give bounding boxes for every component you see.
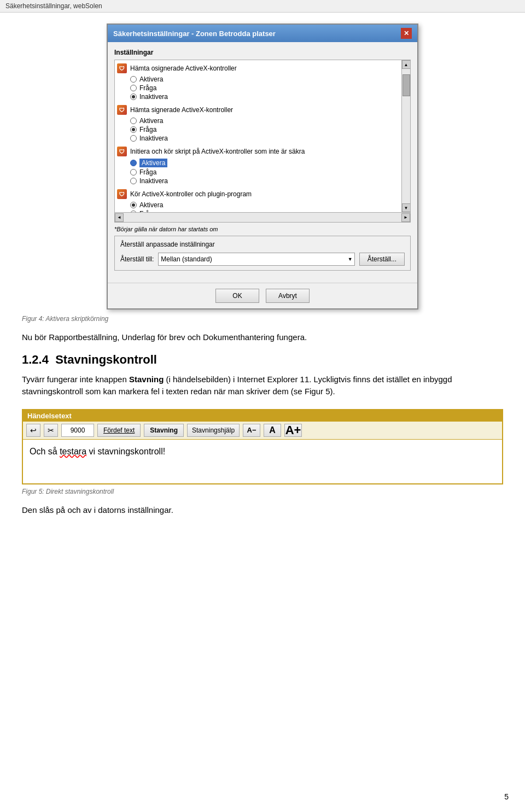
radio-circle-3	[130, 94, 137, 100]
hscroll-right-button[interactable]: ►	[401, 213, 410, 222]
paragraph2: Tyvärr fungerar inte knappen Stavning (i…	[22, 373, 503, 398]
radio-label: Inaktivera	[139, 177, 168, 185]
radio-inaktivera-3[interactable]: Inaktivera	[130, 177, 397, 185]
scroll-down-button[interactable]: ▼	[402, 203, 411, 212]
section-heading: 1.2.4 Stavningskontroll	[22, 353, 503, 367]
radio-aktivera-2[interactable]: Aktivera	[130, 117, 397, 125]
scroll-thumb[interactable]	[402, 74, 410, 96]
radio-circle-10	[130, 202, 137, 208]
dialog-title: Säkerhetsinställningar - Zonen Betrodda …	[113, 30, 276, 38]
scroll-track	[402, 69, 411, 203]
cancel-button[interactable]: Avbryt	[266, 289, 310, 303]
handelsetext-content: Och så testara vi stavningskontroll!	[23, 440, 502, 483]
dialog-container: Säkerhetsinställningar - Zonen Betrodda …	[22, 24, 503, 309]
shield-icon-2: 🛡	[117, 105, 127, 115]
radio-aktivera-1[interactable]: Aktivera	[130, 75, 397, 83]
scroll-up-button[interactable]: ▲	[402, 60, 411, 69]
radio-label-highlight: Aktivera	[139, 159, 167, 167]
fordef-text-button[interactable]: Fördef text	[97, 424, 141, 437]
scrollbar-bottom[interactable]: ◄ ►	[114, 213, 411, 223]
figure5-caption: Figur 5: Direkt stavningskontroll	[22, 488, 503, 495]
font-increase-button[interactable]: A+	[284, 424, 302, 437]
restore-row: Återställ till: Mellan (standard) Återst…	[120, 253, 405, 266]
radio-fraga-1[interactable]: Fråga	[130, 84, 397, 92]
shield-icon-4: 🛡	[117, 189, 127, 199]
hscroll-left-button[interactable]: ◄	[115, 213, 124, 222]
setting-header-3: 🛡 Initiera och kör skript på ActiveX-kon…	[117, 147, 397, 156]
dialog-close-button[interactable]: ✕	[401, 28, 412, 39]
radio-circle-6	[130, 135, 137, 142]
content-text: Och så testara vi stavningskontroll!	[30, 447, 165, 456]
radio-label: Fråga	[139, 168, 156, 176]
stavning-button[interactable]: Stavning	[144, 424, 184, 437]
shield-icon-3: 🛡	[117, 147, 127, 156]
dialog-titlebar: Säkerhetsinställningar - Zonen Betrodda …	[108, 25, 417, 42]
radio-circle-11	[130, 211, 137, 213]
handelsetext-title: Händelsetext	[23, 410, 502, 422]
toolbar-number-field[interactable]	[61, 424, 94, 437]
radio-fraga-4[interactable]: Fråga	[130, 210, 397, 213]
setting-header-4: 🛡 Kör ActiveX-kontroller och plugin-prog…	[117, 189, 397, 199]
setting-group-3: 🛡 Initiera och kör skript på ActiveX-kon…	[117, 147, 397, 185]
radio-label: Fråga	[139, 84, 156, 92]
setting-group-4: 🛡 Kör ActiveX-kontroller och plugin-prog…	[117, 189, 397, 213]
radio-label: Inaktivera	[139, 93, 168, 101]
radio-label: Inaktivera	[139, 135, 168, 142]
radio-inaktivera-2[interactable]: Inaktivera	[130, 135, 397, 142]
paragraph2-bold: Stavning	[129, 375, 164, 384]
restore-button[interactable]: Återställ...	[359, 253, 405, 266]
radio-circle-9	[130, 178, 137, 184]
restore-dropdown[interactable]: Mellan (standard)	[158, 253, 354, 266]
font-decrease-button[interactable]: A−	[243, 424, 260, 437]
dialog-body: Inställningar 🛡 Hämta osignerade ActiveX…	[108, 42, 417, 283]
radio-fraga-2[interactable]: Fråga	[130, 126, 397, 133]
setting-header-1: 🛡 Hämta osignerade ActiveX-kontroller	[117, 63, 397, 73]
radio-circle-2	[130, 85, 137, 91]
radio-aktivera-4[interactable]: Aktivera	[130, 201, 397, 209]
top-bar-title: Säkerhetsinställningar, webSolen	[5, 2, 102, 10]
setting-title-1: Hämta osignerade ActiveX-kontroller	[130, 65, 237, 72]
wavy-text: testara	[60, 447, 86, 456]
handelsetext-box: Händelsetext ↩ ✂ Fördef text Stavning St…	[22, 409, 503, 484]
paragraph1: Nu bör Rapportbeställning, Underlag för …	[22, 331, 503, 344]
setting-header-2: 🛡 Hämta signerade ActiveX-kontroller	[117, 105, 397, 115]
setting-title-3: Initiera och kör skript på ActiveX-kontr…	[130, 148, 305, 155]
restore-label: Återställ till:	[120, 255, 154, 263]
stavningshjälp-button[interactable]: Stavningshjälp	[187, 424, 240, 437]
radio-circle-1	[130, 76, 137, 83]
toolbar-back-button[interactable]: ↩	[26, 424, 40, 437]
radio-fraga-3[interactable]: Fråga	[130, 168, 397, 176]
paragraph2-text1: Tyvärr fungerar inte knappen	[22, 375, 129, 384]
scrollbar-right[interactable]: ▲ ▼	[401, 60, 410, 212]
section-title: Stavningskontroll	[55, 353, 157, 366]
paragraph3: Den slås på och av i datorns inställning…	[22, 504, 503, 517]
settings-list-wrapper: 🛡 Hämta osignerade ActiveX-kontroller Ak…	[114, 60, 411, 223]
top-bar: Säkerhetsinställningar, webSolen	[0, 0, 525, 13]
setting-title-4: Kör ActiveX-kontroller och plugin-progra…	[130, 190, 252, 198]
ok-button[interactable]: OK	[215, 289, 259, 303]
hscroll-track	[124, 213, 401, 222]
setting-title-2: Hämta signerade ActiveX-kontroller	[130, 106, 233, 114]
font-normal-button[interactable]: A	[264, 424, 281, 437]
handelsetext-toolbar: ↩ ✂ Fördef text Stavning Stavningshjälp …	[23, 422, 502, 440]
setting-group-1: 🛡 Hämta osignerade ActiveX-kontroller Ak…	[117, 63, 397, 101]
radio-label: Aktivera	[139, 201, 163, 209]
radio-circle-7	[130, 160, 137, 166]
restore-section-title: Återställ anpassade inställningar	[120, 241, 405, 248]
radio-label: Aktivera	[139, 75, 163, 83]
radio-circle-5	[130, 126, 137, 133]
shield-icon-1: 🛡	[117, 63, 127, 73]
radio-inaktivera-1[interactable]: Inaktivera	[130, 93, 397, 101]
toolbar-cut-button[interactable]: ✂	[44, 424, 58, 437]
settings-list[interactable]: 🛡 Hämta osignerade ActiveX-kontroller Ak…	[114, 60, 411, 213]
section-number: 1.2.4	[22, 353, 49, 366]
dialog-section-title: Inställningar	[114, 49, 411, 56]
settings-content: 🛡 Hämta osignerade ActiveX-kontroller Ak…	[117, 63, 408, 213]
radio-aktivera-3[interactable]: Aktivera	[130, 159, 397, 167]
main-content: Säkerhetsinställningar - Zonen Betrodda …	[0, 13, 525, 547]
restore-select-wrapper: Mellan (standard)	[158, 253, 354, 266]
restore-section: Återställ anpassade inställningar Återst…	[114, 236, 411, 271]
note-text: *Börjar gälla när datorn har startats om	[114, 226, 411, 232]
radio-label: Aktivera	[139, 117, 163, 125]
page-number: 5	[504, 792, 509, 801]
